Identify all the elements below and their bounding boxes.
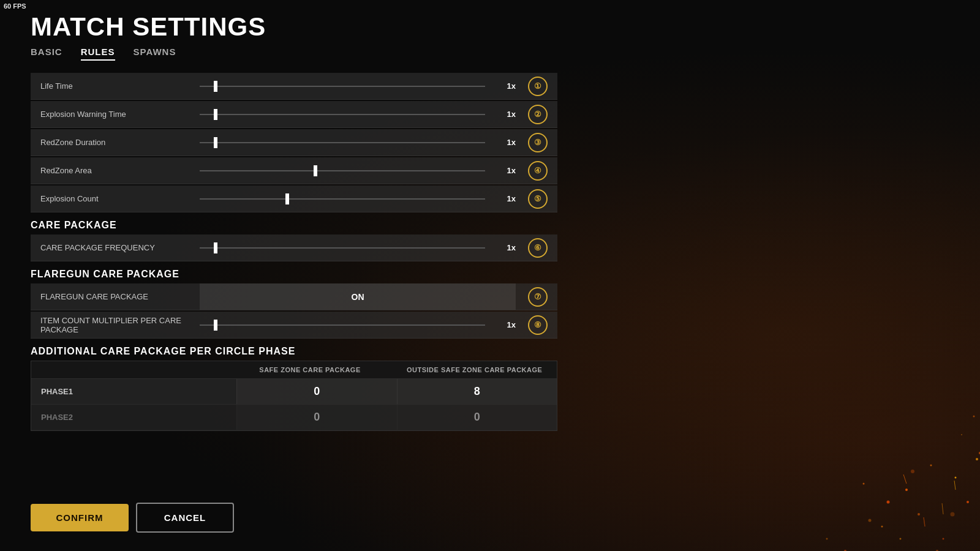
table-row: PHASE108 [31, 379, 557, 405]
slider-container[interactable] [200, 114, 485, 115]
slider-thumb[interactable] [314, 165, 317, 176]
main-container: MATCH SETTINGS BASIC RULES SPAWNS Life T… [0, 0, 588, 551]
svg-point-9 [863, 483, 865, 485]
tab-spawns[interactable]: SPAWNS [134, 47, 176, 61]
table-col-safe: SAFE ZONE CARE PACKAGE [228, 361, 393, 378]
svg-point-11 [943, 538, 944, 540]
setting-label: CARE PACKAGE FREQUENCY [40, 243, 200, 252]
slider-container[interactable] [200, 324, 485, 326]
svg-point-1 [930, 465, 932, 467]
slider-track [200, 324, 485, 326]
care-package-table: SAFE ZONE CARE PACKAGE OUTSIDE SAFE ZONE… [31, 361, 557, 431]
svg-point-13 [951, 512, 955, 517]
setting-label: Life Time [40, 81, 200, 91]
setting-badge: ③ [528, 133, 548, 152]
flaregun-rows-container: FLAREGUN CARE PACKAGEON⑦ITEM COUNT MULTI… [31, 283, 557, 339]
setting-value: 1x [491, 320, 516, 329]
setting-label: Explosion Warning Time [40, 110, 200, 119]
page-title: MATCH SETTINGS [31, 12, 557, 42]
svg-point-7 [900, 538, 902, 540]
slider-track [200, 142, 485, 143]
slider-container[interactable] [200, 198, 485, 200]
setting-badge: ① [528, 77, 548, 96]
table-safe-cell[interactable]: 0 [236, 379, 397, 404]
additional-section-header: ADDITIONAL CARE PACKAGE PER CIRCLE PHASE [31, 340, 557, 361]
cancel-button[interactable]: CANCEL [136, 503, 234, 533]
care-package-rows-container: CARE PACKAGE FREQUENCY1x⑥ [31, 234, 557, 261]
confirm-button[interactable]: CONFIRM [31, 504, 129, 531]
setting-row: FLAREGUN CARE PACKAGEON⑦ [31, 283, 557, 310]
setting-value: 1x [491, 194, 516, 203]
tab-basic[interactable]: BASIC [31, 47, 62, 61]
setting-badge: ⑦ [528, 287, 548, 307]
table-row: PHASE200 [31, 405, 557, 430]
setting-value: 1x [491, 243, 516, 252]
slider-track [200, 114, 485, 115]
svg-point-20 [961, 434, 962, 435]
bottom-bar: CONFIRM CANCEL [31, 490, 557, 539]
table-header-row: SAFE ZONE CARE PACKAGE OUTSIDE SAFE ZONE… [31, 361, 557, 379]
table-phase-cell: PHASE1 [31, 379, 236, 404]
svg-point-5 [881, 526, 883, 528]
flaregun-section-header: FLAREGUN CARE PACKAGE [31, 263, 557, 283]
setting-label: RedZone Area [40, 166, 200, 175]
setting-row: RedZone Duration1x③ [31, 129, 557, 156]
svg-point-2 [887, 501, 890, 504]
table-outside-cell[interactable]: 0 [397, 405, 557, 430]
table-safe-cell[interactable]: 0 [236, 405, 397, 430]
setting-row: CARE PACKAGE FREQUENCY1x⑥ [31, 234, 557, 261]
svg-point-14 [869, 519, 872, 522]
setting-badge: ④ [528, 161, 548, 181]
slider-track [200, 198, 485, 200]
table-col-phase [31, 361, 228, 378]
ember-background [551, 122, 980, 551]
setting-value: 1x [491, 110, 516, 119]
content-area: Life Time1x①Explosion Warning Time1x②Red… [31, 73, 557, 490]
svg-point-4 [918, 513, 920, 515]
setting-badge: ⑧ [528, 315, 548, 335]
setting-label: ITEM COUNT MULTIPLIER PER CARE PACKAGE [40, 316, 200, 334]
settings-rows-container: Life Time1x①Explosion Warning Time1x②Red… [31, 73, 557, 212]
slider-track [200, 86, 485, 87]
tab-rules[interactable]: RULES [81, 47, 115, 61]
svg-point-10 [976, 458, 978, 460]
setting-label: FLAREGUN CARE PACKAGE [40, 292, 200, 301]
slider-thumb[interactable] [214, 320, 217, 331]
setting-value: 1x [491, 138, 516, 147]
toggle-value[interactable]: ON [200, 283, 516, 310]
slider-track [200, 170, 485, 171]
setting-label: Explosion Count [40, 194, 200, 203]
table-outside-cell[interactable]: 8 [397, 379, 557, 404]
setting-value: 1x [491, 81, 516, 91]
table-col-outside: OUTSIDE SAFE ZONE CARE PACKAGE [392, 361, 557, 378]
slider-track [200, 247, 485, 249]
svg-line-18 [954, 481, 956, 490]
setting-badge: ⑥ [528, 238, 548, 258]
setting-row: Life Time1x① [31, 73, 557, 100]
svg-line-16 [942, 503, 943, 514]
setting-label: RedZone Duration [40, 138, 200, 147]
svg-point-23 [826, 538, 828, 540]
setting-badge: ⑤ [528, 189, 548, 209]
slider-thumb[interactable] [214, 81, 217, 92]
slider-thumb[interactable] [285, 193, 289, 204]
slider-thumb[interactable] [214, 109, 217, 120]
slider-container[interactable] [200, 247, 485, 249]
slider-container[interactable] [200, 86, 485, 87]
slider-thumb[interactable] [214, 242, 217, 253]
slider-container[interactable] [200, 142, 485, 143]
slider-container[interactable] [200, 170, 485, 171]
care-package-section-header: CARE PACKAGE [31, 214, 557, 234]
table-rows-container: PHASE108PHASE200 [31, 379, 557, 430]
setting-row: RedZone Area1x④ [31, 157, 557, 184]
tabs-row: BASIC RULES SPAWNS [31, 47, 557, 61]
svg-point-19 [973, 416, 975, 418]
table-phase-cell: PHASE2 [31, 405, 236, 430]
svg-point-0 [905, 489, 908, 491]
slider-thumb[interactable] [214, 137, 217, 148]
svg-line-17 [924, 517, 925, 527]
setting-value: 1x [491, 166, 516, 175]
setting-row: ITEM COUNT MULTIPLIER PER CARE PACKAGE1x… [31, 312, 557, 339]
setting-badge: ② [528, 105, 548, 124]
setting-row: Explosion Warning Time1x② [31, 101, 557, 128]
